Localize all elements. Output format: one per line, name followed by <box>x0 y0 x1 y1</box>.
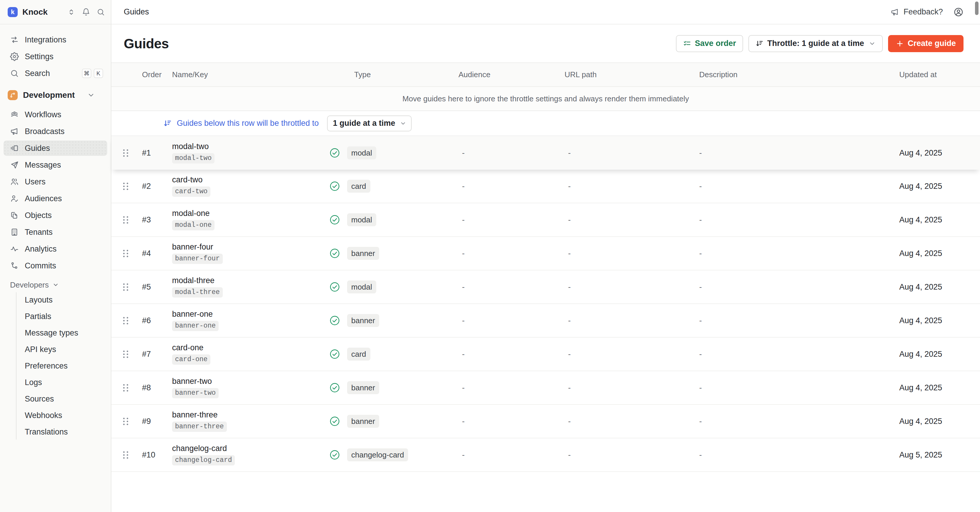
drag-handle[interactable] <box>123 351 129 358</box>
chevron-down-icon <box>87 91 95 99</box>
table-row[interactable]: #4 banner-fourbanner-four banner - - - A… <box>111 237 980 270</box>
table-row[interactable]: #8 banner-twobanner-two banner - - - Aug… <box>111 371 980 405</box>
type-badge: card <box>347 180 371 192</box>
sidebar-item-commits[interactable]: Commits <box>3 258 107 273</box>
guide-key-badge: modal-one <box>172 220 215 231</box>
guide-name: card-one <box>172 344 204 352</box>
table-row[interactable]: #5 modal-threemodal-three modal - - - Au… <box>111 270 980 304</box>
notifications-bell-icon[interactable] <box>82 8 90 16</box>
sidebar-item-sources[interactable]: Sources <box>16 391 107 407</box>
sidebar-item-guides[interactable]: Guides <box>3 140 107 156</box>
audience-cell: - <box>456 237 562 270</box>
sidebar-item-translations[interactable]: Translations <box>16 424 107 439</box>
sidebar-item-settings[interactable]: Settings <box>3 49 107 64</box>
status-check-icon <box>329 181 340 191</box>
sidebar-item-audiences[interactable]: Audiences <box>3 191 107 206</box>
table-header-row: Order Name/Key Type Audience URL path De… <box>111 62 980 87</box>
url-path-cell: - <box>562 270 693 304</box>
sidebar-item-message-types[interactable]: Message types <box>16 325 107 340</box>
sidebar-item-logs[interactable]: Logs <box>16 375 107 390</box>
throttle-divider-text[interactable]: Guides below this row will be throttled … <box>177 119 319 128</box>
drag-handle[interactable] <box>123 149 129 157</box>
table-row[interactable]: #9 banner-threebanner-three banner - - -… <box>111 405 980 438</box>
guide-key-badge: banner-one <box>172 321 219 331</box>
table-row[interactable]: #2 card-twocard-two card - - - Aug 4, 20… <box>111 170 980 203</box>
sidebar-item-tenants[interactable]: Tenants <box>3 224 107 240</box>
throttle-dropdown-label: Throttle: 1 guide at a time <box>767 39 864 48</box>
environment-name: Development <box>23 91 82 100</box>
order-number: #3 <box>138 203 164 236</box>
throttle-dropdown-button[interactable]: Throttle: 1 guide at a time <box>748 35 883 52</box>
sidebar-item-webhooks[interactable]: Webhooks <box>16 408 107 423</box>
status-check-icon <box>329 450 340 460</box>
developers-section-toggle[interactable]: Developers <box>3 278 107 292</box>
type-badge: modal <box>347 213 376 226</box>
table-row[interactable]: #7 card-onecard-one card - - - Aug 4, 20… <box>111 338 980 371</box>
drag-handle[interactable] <box>123 250 129 257</box>
type-badge: banner <box>347 415 379 428</box>
developers-section-label: Developers <box>10 280 49 289</box>
sidebar-item-workflows[interactable]: Workflows <box>3 107 107 122</box>
sidebar-item-preferences[interactable]: Preferences <box>16 358 107 374</box>
unthrottled-dropzone[interactable]: Move guides here to ignore the throttle … <box>111 87 980 111</box>
swap-arrows-icon <box>10 35 19 44</box>
audience-cell: - <box>456 405 562 438</box>
workspace-switcher-icon[interactable] <box>67 8 75 16</box>
throttle-value-select[interactable]: 1 guide at a time <box>327 116 412 131</box>
drag-handle[interactable] <box>123 283 129 291</box>
sidebar-item-partials[interactable]: Partials <box>16 309 107 324</box>
plus-icon <box>896 40 904 48</box>
sidebar-item-objects[interactable]: Objects <box>3 208 107 223</box>
environment-switcher[interactable]: Development <box>3 87 107 103</box>
copy-pages-icon <box>10 211 19 220</box>
guide-key-badge: card-two <box>172 186 210 197</box>
throttle-divider-row: Guides below this row will be throttled … <box>111 111 980 136</box>
order-number: #9 <box>138 405 164 438</box>
layers-icon <box>10 110 19 119</box>
breadcrumb: Guides <box>124 7 149 16</box>
sidebar-item-messages[interactable]: Messages <box>3 157 107 173</box>
guide-name: modal-two <box>172 143 209 151</box>
sidebar-item-broadcasts[interactable]: Broadcasts <box>3 124 107 139</box>
updated-at-cell: Aug 4, 2025 <box>892 237 964 270</box>
sidebar-item-search[interactable]: Search ⌘ K <box>3 66 107 81</box>
search-icon[interactable] <box>97 8 105 16</box>
drag-handle[interactable] <box>123 451 129 459</box>
table-row[interactable]: #6 banner-onebanner-one banner - - - Aug… <box>111 304 980 338</box>
sidebar-item-label: Webhooks <box>25 411 62 420</box>
drag-handle[interactable] <box>123 384 129 391</box>
table-row[interactable]: #3 modal-onemodal-one modal - - - Aug 4,… <box>111 203 980 237</box>
sidebar-item-label: Settings <box>25 52 104 61</box>
sidebar-item-api-keys[interactable]: API keys <box>16 342 107 357</box>
user-avatar-icon[interactable] <box>953 7 964 17</box>
sidebar-item-layouts[interactable]: Layouts <box>16 292 107 308</box>
sidebar-item-analytics[interactable]: Analytics <box>3 241 107 257</box>
drag-handle[interactable] <box>123 216 129 224</box>
chevron-down-icon <box>869 40 876 47</box>
sidebar-item-label: Guides <box>25 144 104 153</box>
vertical-scrollbar-thumb[interactable] <box>975 2 978 15</box>
sidebar-item-label: Message types <box>25 329 78 338</box>
sidebar-item-integrations[interactable]: Integrations <box>3 32 107 48</box>
sidebar: k Knock Integrations Settings Search ⌘ K <box>0 0 111 512</box>
updated-at-cell: Aug 4, 2025 <box>892 371 964 404</box>
status-check-icon <box>329 148 340 158</box>
save-order-button[interactable]: Save order <box>676 35 743 52</box>
url-path-cell: - <box>562 304 693 337</box>
guide-name: modal-three <box>172 277 215 285</box>
drag-handle[interactable] <box>123 183 129 190</box>
guide-name: banner-one <box>172 310 213 318</box>
sidebar-item-label: Logs <box>25 378 42 387</box>
audience-cell: - <box>456 170 562 203</box>
sidebar-item-label: Workflows <box>25 110 104 119</box>
feedback-button[interactable]: Feedback? <box>891 7 943 16</box>
guide-key-badge: banner-four <box>172 254 223 264</box>
create-guide-button[interactable]: Create guide <box>888 35 964 52</box>
description-cell: - <box>693 338 892 370</box>
status-check-icon <box>329 416 340 426</box>
table-row[interactable]: #10 changelog-cardchangelog-card changel… <box>111 438 980 472</box>
drag-handle[interactable] <box>123 317 129 324</box>
table-row[interactable]: #1 modal-twomodal-two modal - - - Aug 4,… <box>111 136 980 170</box>
sidebar-item-users[interactable]: Users <box>3 174 107 189</box>
drag-handle[interactable] <box>123 418 129 425</box>
